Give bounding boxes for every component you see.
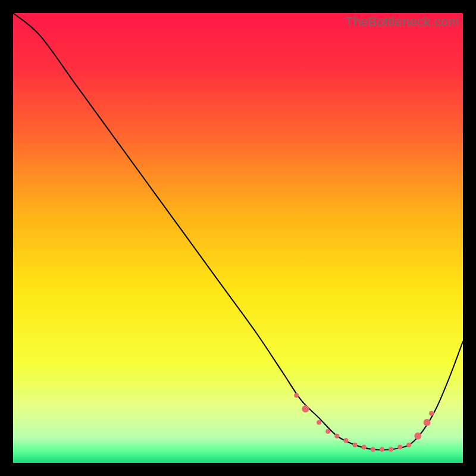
gradient-background xyxy=(13,13,463,463)
bottleneck-chart xyxy=(13,13,463,463)
bottleneck-marker xyxy=(397,445,402,450)
bottleneck-marker xyxy=(334,434,339,439)
bottleneck-marker xyxy=(294,393,299,398)
bottleneck-marker xyxy=(325,429,330,434)
watermark-text: TheBottleneck.com xyxy=(345,14,459,30)
bottleneck-marker xyxy=(429,411,434,416)
bottleneck-marker xyxy=(414,433,421,440)
bottleneck-marker xyxy=(406,443,411,447)
bottleneck-marker xyxy=(380,447,384,452)
bottleneck-marker xyxy=(371,447,375,452)
bottleneck-marker xyxy=(389,447,393,452)
bottleneck-marker xyxy=(353,443,358,447)
bottleneck-marker xyxy=(343,438,348,443)
chart-frame: TheBottleneck.com xyxy=(13,13,463,463)
bottleneck-marker xyxy=(317,420,321,425)
bottleneck-marker xyxy=(424,419,431,426)
bottleneck-marker xyxy=(302,405,309,412)
bottleneck-marker xyxy=(362,445,367,450)
